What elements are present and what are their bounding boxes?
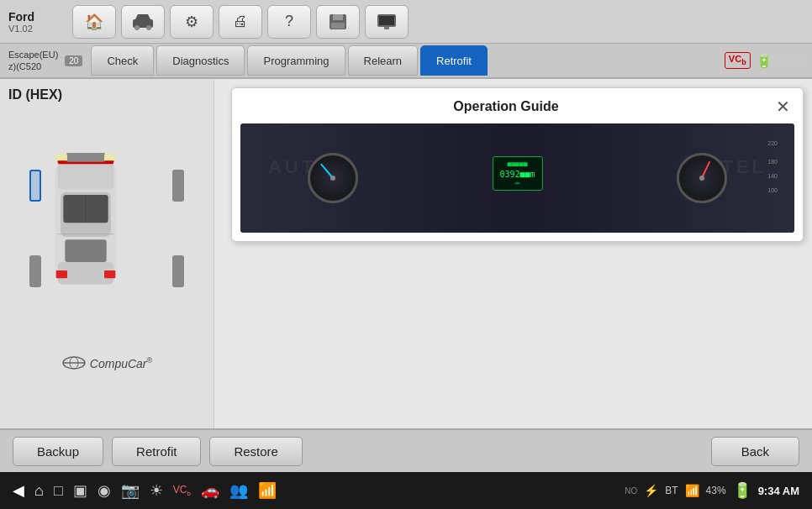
tab-retrofit[interactable]: Retrofit <box>420 45 488 76</box>
sensor-rear-right[interactable] <box>172 255 184 287</box>
svg-rect-13 <box>65 239 106 262</box>
app-version: V1.02 <box>8 24 59 34</box>
main-content: ID (HEX) <box>0 79 812 428</box>
bottom-actions: Backup Retrofit Restore Back <box>0 428 812 472</box>
right-gauge <box>677 153 727 203</box>
vci-bottom-icon[interactable]: VCb <box>173 484 191 497</box>
app-name: Ford <box>8 10 59 24</box>
sensor-front-right[interactable] <box>172 170 184 202</box>
people-icon[interactable]: 👥 <box>229 481 248 500</box>
settings-button[interactable]: ⚙ <box>170 5 214 39</box>
bt-label: BT <box>665 485 678 496</box>
sensor-rear-left[interactable] <box>29 255 41 287</box>
left-panel: ID (HEX) <box>0 79 214 428</box>
backup-button[interactable]: Backup <box>13 437 103 466</box>
brightness-icon[interactable]: ☀ <box>150 481 163 500</box>
bt-icon: ⚡ <box>644 484 658 497</box>
operation-guide-popup: Operation Guide ✕ AUTEL AUTEL <box>231 87 804 242</box>
help-button[interactable]: ? <box>267 5 311 39</box>
sensor-front-left[interactable] <box>29 170 41 202</box>
svg-rect-17 <box>56 154 67 160</box>
tab-diagnostics[interactable]: Diagnostics <box>156 45 245 76</box>
svg-rect-5 <box>331 23 345 29</box>
signal-icon[interactable]: 📶 <box>258 481 277 500</box>
camera-icon[interactable]: 📷 <box>121 481 140 500</box>
tab-programming[interactable]: Programming <box>247 45 345 76</box>
vci-label: VC <box>729 54 741 64</box>
home-button[interactable]: 🏠 <box>72 5 116 39</box>
wifi-icon: 📶 <box>685 484 699 497</box>
back-nav-icon[interactable]: ◀ <box>13 481 24 500</box>
app-drawer-icon[interactable]: □ <box>54 482 63 500</box>
op-guide-image: AUTEL AUTEL ■■■■■ <box>240 123 794 233</box>
battery-voltage: 0.00V <box>778 55 804 66</box>
save-button[interactable] <box>316 5 360 39</box>
monitor-button[interactable] <box>365 5 409 39</box>
vehicle-model: Escape(EU) <box>8 49 58 60</box>
right-panel: ECU suppliers: NA ECU frequency: 433MHz … <box>214 79 812 428</box>
id-hex-label: ID (HEX) <box>8 87 62 102</box>
svg-point-1 <box>134 25 140 30</box>
battery-icon: 🔋 <box>756 53 772 69</box>
retrofit-button[interactable]: Retrofit <box>112 437 201 466</box>
vci-status: VCb 🔋 0.00V <box>725 52 812 68</box>
tab-check[interactable]: Check <box>91 45 154 76</box>
tab-relearn[interactable]: Relearn <box>348 45 419 76</box>
no-signal-text: NO <box>625 486 637 496</box>
svg-rect-18 <box>104 154 115 160</box>
close-op-guide-button[interactable]: ✕ <box>772 97 794 117</box>
print-button[interactable]: 🖨 <box>219 5 262 39</box>
svg-rect-20 <box>104 270 115 278</box>
tab-bar: Escape(EU) z)(C520 20 Check Diagnostics … <box>0 44 812 79</box>
app-info: Ford V1.02 <box>8 10 59 34</box>
op-guide-title: Operation Guide <box>240 99 772 114</box>
status-right: NO ⚡ BT 📶 43% 🔋 9:34 AM <box>625 481 799 500</box>
digital-display: ■■■■■ 0392■■m ◄► <box>492 156 542 191</box>
logo-text: CompuCar® <box>90 356 152 370</box>
chrome-icon[interactable]: ◉ <box>98 481 111 500</box>
car-button[interactable] <box>121 5 165 39</box>
svg-rect-19 <box>56 270 67 278</box>
svg-point-2 <box>146 25 151 30</box>
vehicle-code: z)(C520 <box>8 60 58 72</box>
compucar-logo: CompuCar® <box>61 354 152 371</box>
svg-rect-8 <box>384 27 389 29</box>
time-display: 9:34 AM <box>758 485 799 497</box>
battery-status-icon: 🔋 <box>733 481 751 500</box>
vci-badge: VCb <box>725 52 751 68</box>
top-toolbar: Ford V1.02 🏠 ⚙ 🖨 ? <box>0 0 812 44</box>
car-bottom-icon[interactable]: 🚗 <box>201 481 219 500</box>
window-icon[interactable]: ▣ <box>73 481 87 500</box>
svg-rect-4 <box>333 14 343 20</box>
back-button[interactable]: Back <box>711 437 799 466</box>
svg-rect-7 <box>379 16 394 25</box>
car-diagram <box>23 111 191 346</box>
home-nav-icon[interactable]: ⌂ <box>34 482 44 500</box>
battery-percent: 43% <box>706 485 726 496</box>
status-bar: ◀ ⌂ □ ▣ ◉ 📷 ☀ VCb 🚗 👥 📶 NO ⚡ BT 📶 43% 🔋 … <box>0 472 812 509</box>
vehicle-info: Escape(EU) z)(C520 <box>8 49 58 73</box>
svg-rect-16 <box>66 153 106 162</box>
svg-rect-10 <box>58 161 114 189</box>
op-guide-header: Operation Guide ✕ <box>240 97 794 117</box>
vehicle-number: 20 <box>65 55 82 66</box>
left-gauge <box>308 153 358 203</box>
dashboard-simulation: AUTEL AUTEL ■■■■■ <box>240 123 794 233</box>
restore-button[interactable]: Restore <box>209 437 303 466</box>
